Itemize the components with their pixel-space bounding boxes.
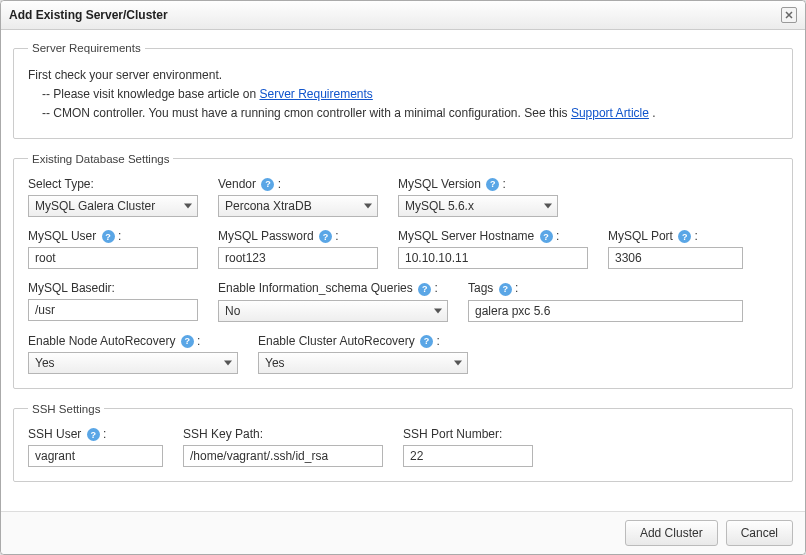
mysql-password-field: MySQL Password ? : — [218, 229, 378, 269]
cluster-autorecovery-select[interactable]: Yes — [258, 352, 468, 374]
help-icon[interactable]: ? — [420, 335, 433, 348]
node-autorecovery-select[interactable]: Yes — [28, 352, 238, 374]
node-autorecovery-field: Enable Node AutoRecovery ? : Yes — [28, 334, 238, 374]
db-settings-legend: Existing Database Settings — [28, 153, 173, 165]
tags-input[interactable] — [468, 300, 743, 322]
vendor-select[interactable]: Percona XtraDB — [218, 195, 378, 217]
mysql-basedir-label: MySQL Basedir: — [28, 281, 198, 295]
select-type-select[interactable]: MySQL Galera Cluster — [28, 195, 198, 217]
ssh-settings-group: SSH Settings SSH User ? : SSH Key Path: … — [13, 403, 793, 482]
cluster-autorecovery-field: Enable Cluster AutoRecovery ? : Yes — [258, 334, 468, 374]
help-icon[interactable]: ? — [181, 335, 194, 348]
close-icon — [785, 11, 793, 19]
req-line1-prefix: -- Please visit knowledge base article o… — [42, 87, 259, 101]
tags-field: Tags ? : — [468, 281, 743, 321]
infoschema-select[interactable]: No — [218, 300, 448, 322]
select-type-field: Select Type: MySQL Galera Cluster — [28, 177, 198, 217]
mysql-basedir-field: MySQL Basedir: — [28, 281, 198, 321]
requirements-intro: First check your server environment. — [28, 66, 778, 85]
select-type-label: Select Type: — [28, 177, 198, 191]
mysql-user-input[interactable] — [28, 247, 198, 269]
req-line2-prefix: -- CMON controller. You must have a runn… — [42, 106, 571, 120]
server-requirements-group: Server Requirements First check your ser… — [13, 42, 793, 139]
help-icon[interactable]: ? — [102, 230, 115, 243]
mysql-port-input[interactable] — [608, 247, 743, 269]
help-icon[interactable]: ? — [87, 428, 100, 441]
support-article-link[interactable]: Support Article — [571, 106, 649, 120]
infoschema-field: Enable Information_schema Queries ? : No — [218, 281, 448, 321]
close-button[interactable] — [781, 7, 797, 23]
mysql-version-label: MySQL Version ? : — [398, 177, 558, 191]
vendor-field: Vendor ? : Percona XtraDB — [218, 177, 378, 217]
mysql-hostname-input[interactable] — [398, 247, 588, 269]
help-icon[interactable]: ? — [261, 178, 274, 191]
ssh-keypath-input[interactable] — [183, 445, 383, 467]
mysql-basedir-input[interactable] — [28, 299, 198, 321]
mysql-hostname-label: MySQL Server Hostname ? : — [398, 229, 588, 243]
ssh-port-label: SSH Port Number: — [403, 427, 533, 441]
ssh-keypath-field: SSH Key Path: — [183, 427, 383, 467]
mysql-user-field: MySQL User ? : — [28, 229, 198, 269]
ssh-user-label: SSH User ? : — [28, 427, 163, 441]
dialog-title: Add Existing Server/Cluster — [9, 8, 168, 22]
mysql-password-label: MySQL Password ? : — [218, 229, 378, 243]
requirements-line-2: -- CMON controller. You must have a runn… — [28, 104, 778, 123]
help-icon[interactable]: ? — [678, 230, 691, 243]
dialog-header: Add Existing Server/Cluster — [1, 1, 805, 30]
help-icon[interactable]: ? — [486, 178, 499, 191]
ssh-port-field: SSH Port Number: — [403, 427, 533, 467]
help-icon[interactable]: ? — [540, 230, 553, 243]
server-requirements-link[interactable]: Server Requirements — [259, 87, 372, 101]
existing-database-settings-group: Existing Database Settings Select Type: … — [13, 153, 793, 389]
dialog-body: Server Requirements First check your ser… — [1, 30, 805, 511]
help-icon[interactable]: ? — [319, 230, 332, 243]
infoschema-label: Enable Information_schema Queries ? : — [218, 281, 448, 295]
req-line2-suffix: . — [649, 106, 656, 120]
ssh-keypath-label: SSH Key Path: — [183, 427, 383, 441]
requirements-text: First check your server environment. -- … — [28, 66, 778, 124]
help-icon[interactable]: ? — [418, 283, 431, 296]
ssh-settings-legend: SSH Settings — [28, 403, 104, 415]
dialog-footer: Add Cluster Cancel — [1, 511, 805, 554]
requirements-line-1: -- Please visit knowledge base article o… — [28, 85, 778, 104]
node-autorecovery-label: Enable Node AutoRecovery ? : — [28, 334, 238, 348]
cluster-autorecovery-label: Enable Cluster AutoRecovery ? : — [258, 334, 468, 348]
mysql-port-label: MySQL Port ? : — [608, 229, 743, 243]
vendor-label: Vendor ? : — [218, 177, 378, 191]
dialog: Add Existing Server/Cluster Server Requi… — [0, 0, 806, 555]
mysql-port-field: MySQL Port ? : — [608, 229, 743, 269]
ssh-user-input[interactable] — [28, 445, 163, 467]
mysql-version-select[interactable]: MySQL 5.6.x — [398, 195, 558, 217]
ssh-port-input[interactable] — [403, 445, 533, 467]
mysql-user-label: MySQL User ? : — [28, 229, 198, 243]
cancel-button[interactable]: Cancel — [726, 520, 793, 546]
mysql-password-input[interactable] — [218, 247, 378, 269]
tags-label: Tags ? : — [468, 281, 743, 295]
add-cluster-button[interactable]: Add Cluster — [625, 520, 718, 546]
ssh-user-field: SSH User ? : — [28, 427, 163, 467]
mysql-hostname-field: MySQL Server Hostname ? : — [398, 229, 588, 269]
mysql-version-field: MySQL Version ? : MySQL 5.6.x — [398, 177, 558, 217]
help-icon[interactable]: ? — [499, 283, 512, 296]
server-requirements-legend: Server Requirements — [28, 42, 145, 54]
